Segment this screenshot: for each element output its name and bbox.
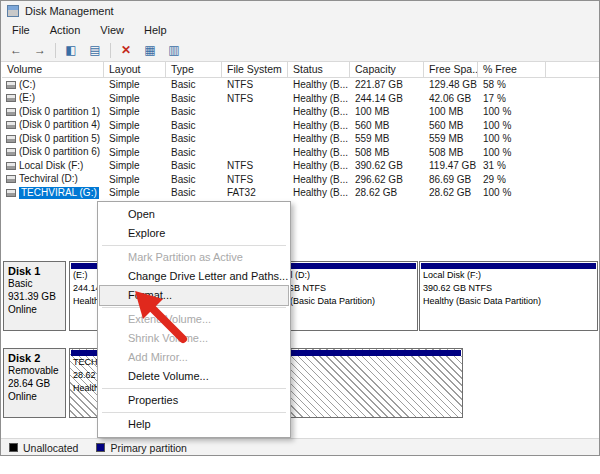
disk-type: Basic: [8, 277, 61, 290]
col-file-system[interactable]: File System: [222, 62, 288, 77]
cell-pct: 100 %: [478, 186, 546, 200]
cell-layout: Simple: [104, 132, 166, 146]
volume-name: (Disk 0 partition 4): [19, 119, 100, 131]
cell-status: Healthy (B...: [288, 132, 350, 146]
help-doc-icon[interactable]: ▤: [86, 42, 104, 59]
cell-capacity: 560 MB: [350, 119, 424, 133]
views-icon[interactable]: ▥: [165, 42, 183, 59]
back-arrow-icon[interactable]: ←: [7, 42, 25, 59]
cell-status: Healthy (B...: [288, 186, 350, 200]
properties-icon[interactable]: ▦: [141, 42, 159, 59]
cell-free: 559 MB: [424, 132, 478, 146]
col-type[interactable]: Type: [166, 62, 222, 77]
cell-layout: Simple: [104, 186, 166, 200]
table-row[interactable]: Techviral (D:) Simple Basic NTFS Healthy…: [2, 173, 599, 187]
col-capacity[interactable]: Capacity: [350, 62, 424, 77]
table-row[interactable]: Local Disk (F:) Simple Basic NTFS Health…: [2, 159, 599, 173]
cell-capacity: 559 MB: [350, 132, 424, 146]
col-free-space[interactable]: Free Spa...: [424, 62, 478, 77]
volume-icon: [6, 108, 16, 116]
cell-capacity: 508 MB: [350, 146, 424, 160]
disk-1-label-panel[interactable]: Disk 1 Basic 931.39 GB Online: [3, 261, 66, 331]
cell-status: Healthy (B...: [288, 173, 350, 187]
menu-action[interactable]: Action: [47, 23, 84, 37]
cell-layout: Simple: [104, 92, 166, 106]
menu-item-explore[interactable]: Explore: [100, 224, 288, 243]
console-tree-icon[interactable]: ◧: [62, 42, 80, 59]
volume-name: (Disk 0 partition 5): [19, 133, 100, 145]
cell-free: 508 MB: [424, 146, 478, 160]
col-layout[interactable]: Layout: [104, 62, 166, 77]
cell-free: 560 MB: [424, 119, 478, 133]
volume-name: (E:): [19, 92, 35, 104]
menu-help[interactable]: Help: [141, 23, 170, 37]
cell-status: Healthy (B...: [288, 78, 350, 92]
menu-view[interactable]: View: [97, 23, 127, 37]
volume-name: (Disk 0 partition 6): [19, 146, 100, 158]
cell-type: Basic: [166, 159, 222, 173]
delete-volume-icon[interactable]: ✕: [117, 42, 135, 59]
partition-size: 390.62 GB NTFS: [420, 282, 597, 295]
table-row[interactable]: (Disk 0 partition 4) Simple Basic Health…: [2, 119, 599, 133]
table-row-selected[interactable]: TECHVIRAL (G:) Simple Basic FAT32 Health…: [2, 186, 599, 200]
menubar: File Action View Help: [1, 21, 599, 39]
cell-layout: Simple: [104, 78, 166, 92]
disk-name: Disk 2: [8, 352, 61, 364]
menu-item-add-mirror: Add Mirror...: [100, 348, 288, 367]
cell-status: Healthy (B...: [288, 105, 350, 119]
table-row[interactable]: (Disk 0 partition 6) Simple Basic Health…: [2, 146, 599, 160]
cell-fs: FAT32: [222, 186, 288, 200]
cell-fs: [222, 146, 288, 160]
titlebar: Disk Management: [1, 1, 599, 21]
cell-layout: Simple: [104, 119, 166, 133]
cell-type: Basic: [166, 186, 222, 200]
cell-free: 28.62 GB: [424, 186, 478, 200]
primary-partition-swatch: [96, 443, 105, 452]
menu-item-delete-volume[interactable]: Delete Volume...: [100, 367, 288, 386]
unallocated-swatch: [9, 443, 18, 452]
legend-label: Unallocated: [23, 442, 78, 454]
cell-capacity: 100 MB: [350, 105, 424, 119]
menu-item-properties[interactable]: Properties: [100, 391, 288, 410]
cell-fs: NTFS: [222, 92, 288, 106]
table-row[interactable]: (C:) Simple Basic NTFS Healthy (B... 221…: [2, 78, 599, 92]
volume-name: (Disk 0 partition 1): [19, 106, 100, 118]
cell-spacer: [546, 186, 599, 200]
cell-fs: [222, 119, 288, 133]
cell-type: Basic: [166, 78, 222, 92]
toolbar-divider: [110, 43, 111, 58]
cell-spacer: [546, 173, 599, 187]
menu-separator: [102, 245, 286, 246]
col-pct-free[interactable]: % Free: [478, 62, 546, 77]
table-row[interactable]: (Disk 0 partition 1) Simple Basic Health…: [2, 105, 599, 119]
disk-type: Removable: [8, 364, 61, 377]
cell-pct: 100 %: [478, 105, 546, 119]
col-volume[interactable]: Volume: [2, 62, 104, 77]
toolbar-divider: [55, 43, 56, 58]
menu-item-help[interactable]: Help: [100, 415, 288, 434]
volume-icon: [6, 94, 16, 102]
cell-status: Healthy (B...: [288, 159, 350, 173]
cell-spacer: [546, 119, 599, 133]
table-row[interactable]: (E:) Simple Basic NTFS Healthy (B... 244…: [2, 92, 599, 106]
forward-arrow-icon[interactable]: →: [31, 42, 49, 59]
volume-icon: [6, 175, 16, 183]
volume-icon: [6, 135, 16, 143]
col-spacer: [546, 62, 599, 77]
volume-name: TECHVIRAL (G:): [19, 187, 99, 199]
menu-item-open[interactable]: Open: [100, 205, 288, 224]
table-row[interactable]: (Disk 0 partition 5) Simple Basic Health…: [2, 132, 599, 146]
cell-type: Basic: [166, 173, 222, 187]
partition-label: Local Disk (F:): [420, 269, 597, 282]
partition-block-f[interactable]: Local Disk (F:) 390.62 GB NTFS Healthy (…: [419, 261, 598, 331]
cell-spacer: [546, 92, 599, 106]
cell-pct: 100 %: [478, 119, 546, 133]
menu-file[interactable]: File: [9, 23, 33, 37]
disk-2-label-panel[interactable]: Disk 2 Removable 28.64 GB Online: [3, 348, 66, 418]
cell-free: 86.69 GB: [424, 173, 478, 187]
cell-capacity: 296.62 GB: [350, 173, 424, 187]
cell-pct: 100 %: [478, 146, 546, 160]
cell-layout: Simple: [104, 105, 166, 119]
col-status[interactable]: Status: [288, 62, 350, 77]
cell-type: Basic: [166, 132, 222, 146]
